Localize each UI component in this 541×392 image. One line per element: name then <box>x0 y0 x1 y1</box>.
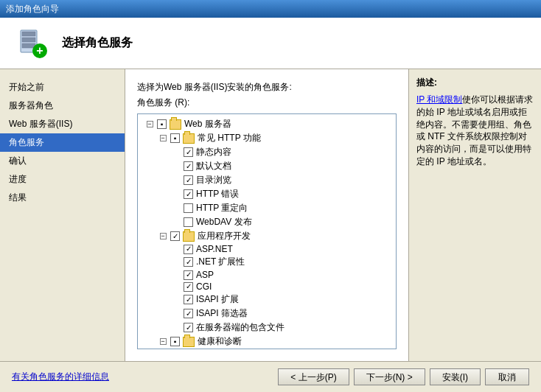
main-content: 选择为Web 服务器(IIS)安装的角色服务: 角色服务 (R): −Web 服… <box>125 69 408 361</box>
desc-link[interactable]: IP 和域限制 <box>416 94 462 105</box>
svg-text:+: + <box>36 44 43 57</box>
wizard-header: + 选择角色服务 <box>0 18 541 69</box>
checkbox-static-content[interactable] <box>184 147 193 157</box>
wizard-icon: + <box>15 26 50 61</box>
folder-icon-web-server-root <box>170 119 181 130</box>
tree-item-isapi-filter[interactable]: ISAPI 筛选器 <box>138 307 396 321</box>
tree-label-static-content: 静态内容 <box>196 146 231 158</box>
checkbox-isapi-filter[interactable] <box>184 309 193 318</box>
tree-item-isapi-ext[interactable]: ISAPI 扩展 <box>138 293 396 307</box>
next-button[interactable]: 下一步(N) > <box>354 368 425 385</box>
svg-rect-2 <box>22 38 35 42</box>
instruction-label: 选择为Web 服务器(IIS)安装的角色服务: <box>137 81 397 94</box>
tree-item-asp-net[interactable]: ASP.NET <box>138 243 396 255</box>
checkbox-cgi[interactable] <box>184 282 193 292</box>
description-panel: 描述: IP 和域限制使你可以根据请求的始 IP 地址或域名启用或拒绝内容。不需… <box>408 69 541 361</box>
expand-icon-web-server-root[interactable]: − <box>144 119 156 130</box>
cancel-button[interactable]: 取消 <box>485 368 529 385</box>
checkbox-default-doc[interactable] <box>184 161 193 171</box>
checkbox-server-side-include[interactable] <box>184 323 193 332</box>
tree-item-asp[interactable]: ASP <box>138 269 396 281</box>
sidebar-item-start[interactable]: 开始之前 <box>0 78 125 97</box>
tree-item-common-http[interactable]: −常见 HTTP 功能 <box>138 131 396 145</box>
tree-label-web-server-root: Web 服务器 <box>184 118 231 130</box>
checkbox-app-dev[interactable] <box>170 231 180 241</box>
checkbox-http-errors[interactable] <box>184 189 193 199</box>
wizard-container: + 选择角色服务 开始之前 服务器角色 Web 服务器(IIS) 角色服务 确认… <box>0 18 541 392</box>
description-text: IP 和域限制使你可以根据请求的始 IP 地址或域名启用或拒绝内容。不需要使用组… <box>416 94 534 168</box>
page-title: 选择角色服务 <box>62 35 133 51</box>
roles-label: 角色服务 (R): <box>137 97 397 109</box>
checkbox-http-redirect[interactable] <box>184 203 193 213</box>
tree-item-http-redirect[interactable]: HTTP 重定向 <box>138 201 396 215</box>
checkbox-isapi-ext[interactable] <box>184 295 193 304</box>
checkbox-web-server-root[interactable] <box>157 119 167 129</box>
wizard-footer: 有关角色服务的详细信息 < 上一步(P) 下一步(N) > 安装(I) 取消 <box>0 361 541 392</box>
sidebar-item-role-services[interactable]: 角色服务 <box>0 133 125 152</box>
tree-label-webdav: WebDAV 发布 <box>196 216 252 228</box>
tree-item-dir-browsing[interactable]: 目录浏览 <box>138 173 396 187</box>
checkbox-health-diag[interactable] <box>170 337 180 346</box>
tree-item-default-doc[interactable]: 默认文档 <box>138 159 396 173</box>
tree-label-asp-net: ASP.NET <box>196 244 233 254</box>
tree-label-server-side-include: 在服务器端的包含文件 <box>196 321 285 334</box>
title-bar: 添加角色向导 <box>0 0 541 18</box>
title-label: 添加角色向导 <box>6 3 59 15</box>
tree-label-net-ext: .NET 扩展性 <box>196 256 245 268</box>
tree-item-webdav[interactable]: WebDAV 发布 <box>138 215 396 229</box>
checkbox-dir-browsing[interactable] <box>184 175 193 185</box>
sidebar-item-web-server[interactable]: Web 服务器(IIS) <box>0 115 125 133</box>
tree-item-cgi[interactable]: CGI <box>138 281 396 293</box>
tree-item-http-log[interactable]: HTTP 日志记录 <box>138 349 396 349</box>
tree-label-cgi: CGI <box>196 281 212 292</box>
wizard-nav: 开始之前 服务器角色 Web 服务器(IIS) 角色服务 确认 进度 结果 <box>0 69 125 361</box>
folder-icon-common-http <box>183 133 195 144</box>
checkbox-common-http[interactable] <box>170 133 180 143</box>
folder-icon-health-diag <box>183 337 195 347</box>
sidebar-item-server-roles[interactable]: 服务器角色 <box>0 97 125 115</box>
checkbox-asp[interactable] <box>184 270 193 280</box>
tree-label-http-errors: HTTP 错误 <box>196 188 239 200</box>
tree-item-static-content[interactable]: 静态内容 <box>138 145 396 159</box>
checkbox-asp-net[interactable] <box>184 245 193 254</box>
expand-icon-app-dev[interactable]: − <box>157 231 169 242</box>
footer-buttons: < 上一步(P) 下一步(N) > 安装(I) 取消 <box>278 368 529 385</box>
tree-label-health-diag: 健康和诊断 <box>198 335 242 348</box>
svg-rect-1 <box>22 32 35 36</box>
tree-label-http-redirect: HTTP 重定向 <box>196 202 248 214</box>
install-button[interactable]: 安装(I) <box>430 368 481 385</box>
prev-button[interactable]: < 上一步(P) <box>278 368 349 385</box>
tree-item-health-diag[interactable]: −健康和诊断 <box>138 335 396 349</box>
tree-label-dir-browsing: 目录浏览 <box>196 174 231 186</box>
role-services-tree[interactable]: −Web 服务器−常见 HTTP 功能静态内容默认文档目录浏览HTTP 错误HT… <box>137 113 397 349</box>
tree-label-isapi-filter: ISAPI 筛选器 <box>196 307 248 320</box>
tree-item-server-side-include[interactable]: 在服务器端的包含文件 <box>138 321 396 335</box>
tree-item-http-errors[interactable]: HTTP 错误 <box>138 187 396 201</box>
checkbox-net-ext[interactable] <box>184 257 193 267</box>
sidebar-item-confirm[interactable]: 确认 <box>0 152 125 170</box>
sidebar-item-results[interactable]: 结果 <box>0 189 125 207</box>
folder-icon-app-dev <box>183 231 195 242</box>
checkbox-webdav[interactable] <box>184 217 193 227</box>
expand-icon-common-http[interactable]: − <box>157 133 169 144</box>
tree-label-default-doc: 默认文档 <box>196 160 231 172</box>
tree-label-isapi-ext: ISAPI 扩展 <box>196 293 239 306</box>
sidebar-item-progress[interactable]: 进度 <box>0 170 125 189</box>
wizard-body: 开始之前 服务器角色 Web 服务器(IIS) 角色服务 确认 进度 结果 选择… <box>0 69 541 361</box>
tree-item-app-dev[interactable]: −应用程序开发 <box>138 229 396 243</box>
tree-label-app-dev: 应用程序开发 <box>198 230 251 242</box>
detail-link[interactable]: 有关角色服务的详细信息 <box>12 371 109 383</box>
tree-label-common-http: 常见 HTTP 功能 <box>198 132 261 144</box>
tree-label-asp: ASP <box>196 270 214 280</box>
description-title: 描述: <box>416 77 534 89</box>
desc-text-rest: 使你可以根据请求的始 IP 地址或域名启用或拒绝内容。不需要使用组、角色或 NT… <box>416 94 533 167</box>
tree-item-net-ext[interactable]: .NET 扩展性 <box>138 255 396 269</box>
tree-item-web-server-root[interactable]: −Web 服务器 <box>138 117 396 131</box>
expand-icon-health-diag[interactable]: − <box>157 336 169 348</box>
